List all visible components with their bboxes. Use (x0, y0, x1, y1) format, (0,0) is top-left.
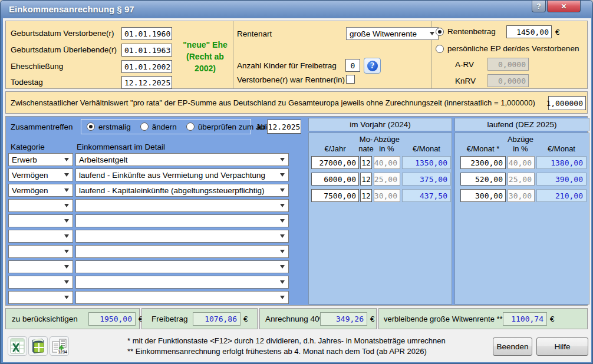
zusammentreffen-label: Zusammentreffen (11, 123, 73, 131)
eheschliessung-input[interactable]: 01.01.2002 (121, 60, 172, 73)
question-icon: ? (536, 2, 541, 11)
col-abzuege-1: Abzüge (505, 135, 536, 144)
geburtsdatum-verstorbene-input[interactable]: 01.01.1960 (121, 27, 172, 40)
vorjahr-panel: Mo- Abzüge €/Jahr nate in % €/Monat 2700… (308, 133, 452, 305)
window-help-button[interactable]: ? (532, 1, 546, 12)
laufend-monat-1[interactable]: 520,00 (460, 173, 506, 186)
laufend-ergebnis-0: 1380,00 (536, 156, 587, 169)
laufend-monat-2[interactable]: 300,00 (460, 189, 506, 202)
detail-select-8[interactable] (75, 276, 289, 289)
dialog-content: Geburtsdatum Verstorbene(r) 01.01.1960 G… (3, 18, 591, 362)
kategorie-select-4[interactable] (8, 214, 73, 227)
detail-select-2[interactable]: laufend - Kapitaleinkünfte (abgeltungsst… (75, 184, 289, 197)
kategorie-select-9[interactable] (8, 291, 73, 304)
todestag-input[interactable]: 12.12.2025 (121, 76, 172, 89)
beenden-button[interactable]: Beenden (493, 337, 532, 356)
kategorie-header: Kategorie (11, 143, 45, 151)
detail-value: Arbeitsentgelt (76, 155, 280, 164)
kategorie-select-3[interactable] (8, 199, 73, 212)
zu-beruecksichtigen-value: 1950,00 (88, 312, 136, 326)
table-book-icon (30, 338, 46, 354)
chevron-down-icon (64, 296, 69, 299)
vorjahr-monate-0[interactable]: 12 (360, 156, 372, 169)
laufend-title: laufend (DEZ 2025) (487, 120, 557, 129)
laufend-panel: Abzüge €/Monat * in % €/Monat 2300,00 40… (454, 133, 589, 305)
chevron-down-icon (64, 204, 69, 207)
col-abzuege-2: in % (371, 144, 402, 153)
table-export-button[interactable] (28, 336, 48, 356)
section-einkommen: Zusammentreffen erstmalig ändern überprü… (5, 116, 588, 306)
rentner-label: Verstorbene(r) war Rentner(in) (237, 75, 345, 84)
kinder-help-button[interactable]: ? (364, 58, 381, 74)
kategorie-select-6[interactable] (8, 245, 73, 258)
kategorie-select-1[interactable]: Vermögen (8, 168, 73, 181)
title-bar: Einkommensanrechnung § 97 ? ✕ (1, 1, 592, 18)
detail-select-0[interactable]: Arbeitsentgelt (75, 153, 289, 166)
footnote-2: ** Einkommensanrechnung erfolgt früheste… (127, 347, 427, 356)
arv-label: A-RV (455, 60, 474, 69)
zu-beruecksichtigen-label: zu berücksichtigen (12, 315, 78, 323)
rentner-checkbox[interactable] (346, 75, 355, 84)
ehe-note-line2: (Recht ab (176, 51, 235, 62)
vorjahr-monate-2[interactable]: 12 (360, 189, 372, 202)
detail-select-9[interactable] (75, 291, 289, 304)
erstmalig-label: erstmalig (98, 123, 131, 131)
kinder-input[interactable]: 0 (345, 59, 360, 72)
euro-sign: € (555, 28, 560, 37)
radio-ueberpruefen[interactable]: überprüfen zum Juli (186, 123, 268, 131)
section-personal: Geburtsdatum Verstorbene(r) 01.01.1960 G… (5, 21, 588, 89)
rentenbetrag-radio[interactable]: Rentenbetrag (436, 27, 496, 36)
rentenbetrag-label: Rentenbetrag (447, 27, 496, 36)
kinder-label: Anzahl Kinder für Freibetrag (237, 61, 337, 70)
section-summary: zu berücksichtigen 1950,00 € Freibetrag … (5, 308, 588, 329)
ehe-note: "neue" Ehe (Recht ab 2002) (176, 39, 235, 74)
radio-erstmalig[interactable]: erstmalig (87, 123, 131, 131)
radio-aendern[interactable]: ändern (140, 123, 177, 131)
vorjahr-jahr-2[interactable]: 7500,00 (311, 189, 359, 202)
kategorie-select-8[interactable] (8, 276, 73, 289)
kategorie-select-7[interactable] (8, 260, 73, 273)
detail-select-5[interactable] (75, 230, 289, 243)
col-abzuege-2: in % (505, 144, 536, 153)
rentenart-label: Rentenart (237, 29, 272, 38)
vorjahr-monate-1[interactable]: 12 (360, 173, 372, 186)
laufend-ergebnis-2: 210,00 (536, 189, 587, 202)
summary-cell: Freibetrag 1076,86 € (141, 308, 258, 329)
chevron-down-icon (64, 173, 69, 177)
detail-select-4[interactable] (75, 214, 289, 227)
ep-radio[interactable]: persönliche EP der/des Verstorbenen (436, 44, 579, 53)
ab-input[interactable]: 12.2025 (267, 120, 301, 134)
laufend-monat-0[interactable]: 2300,00 (460, 156, 506, 169)
kategorie-select-5[interactable] (8, 230, 73, 243)
col-jahr: €/Jahr (311, 144, 359, 153)
chevron-down-icon (280, 296, 285, 299)
prorata-input[interactable]: 1,000000 (548, 96, 586, 110)
kategorie-select-2[interactable]: Vermögen (8, 184, 73, 197)
chevron-down-icon (430, 32, 434, 35)
detail-select-1[interactable]: laufend - Einkünfte aus Vermietung und V… (75, 168, 289, 181)
rentenbetrag-input[interactable]: 1450,00 (506, 25, 552, 38)
kategorie-value: Vermögen (9, 171, 64, 180)
detail-select-7[interactable] (75, 260, 289, 273)
detail-select-6[interactable] (75, 245, 289, 258)
vorjahr-abzuege-2: 30,00 (374, 189, 400, 202)
excel-export-button[interactable] (8, 336, 27, 356)
laufend-header: laufend (DEZ 2025) (454, 118, 589, 131)
window-close-button[interactable]: ✕ (547, 1, 581, 12)
prorata-label: Zwischenstaatlicher Verhältniswert "pro … (11, 98, 535, 107)
detail-select-3[interactable] (75, 199, 289, 212)
chevron-down-icon (280, 234, 285, 238)
geburtsdatum-ueberlebende-input[interactable]: 01.01.1963 (121, 44, 172, 57)
vorjahr-jahr-1[interactable]: 6000,00 (311, 173, 359, 186)
kategorie-select-0[interactable]: Erwerb (8, 153, 73, 166)
euro-sign: € (370, 315, 375, 323)
hilfe-button[interactable]: Hilfe (536, 337, 588, 356)
summary-cell: Anrechnung 40% 349,26 € (259, 308, 377, 329)
vorjahr-jahr-0[interactable]: 27000,00 (311, 156, 359, 169)
vorjahr-header: im Vorjahr (2024) (308, 118, 452, 131)
section-prorata: Zwischenstaatlicher Verhältniswert "pro … (5, 91, 588, 114)
chevron-down-icon (64, 280, 69, 284)
rentenart-select[interactable]: große Witwenrente (346, 27, 439, 40)
ep-label: persönliche EP der/des Verstorbenen (447, 44, 579, 53)
number-convert-button[interactable]: 1234 (50, 336, 69, 356)
